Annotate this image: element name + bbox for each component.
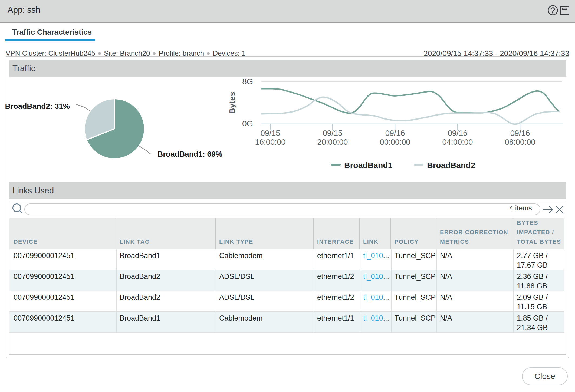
svg-text:BroadBand1: 69%: BroadBand1: 69% [157,150,222,158]
svg-text:8G: 8G [242,77,253,86]
svg-text:BroadBand2: 31%: BroadBand2: 31% [5,102,70,110]
svg-text:09/15: 09/15 [323,129,343,137]
svg-text:00:00:00: 00:00:00 [380,138,410,146]
svg-text:08:00:00: 08:00:00 [505,138,535,146]
svg-text:09/15: 09/15 [261,129,280,137]
svg-text:09/16: 09/16 [385,129,405,137]
svg-text:0G: 0G [242,119,253,128]
svg-text:16:00:00: 16:00:00 [255,138,286,146]
svg-text:09/16: 09/16 [510,129,530,137]
svg-text:20:00:00: 20:00:00 [317,138,348,146]
svg-text:04:00:00: 04:00:00 [442,138,473,146]
svg-text:BroadBand2: BroadBand2 [427,161,475,170]
svg-text:09/16: 09/16 [448,129,468,137]
svg-text:BroadBand1: BroadBand1 [344,161,392,170]
svg-text:Bytes: Bytes [228,92,236,114]
